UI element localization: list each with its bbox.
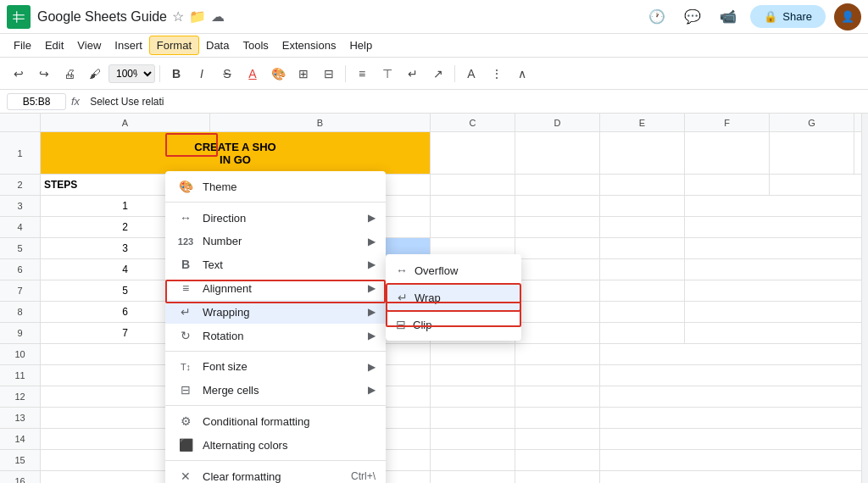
format-menu-merge[interactable]: ⊟ Merge cells ▶ xyxy=(165,378,386,402)
cell-e7[interactable] xyxy=(600,280,685,301)
cell-d6[interactable] xyxy=(515,259,600,280)
cell-f1[interactable] xyxy=(685,132,770,174)
valign-button[interactable]: ⊤ xyxy=(376,62,399,86)
cell-c4[interactable] xyxy=(431,217,515,237)
format-menu-number[interactable]: 123 Number ▶ xyxy=(165,230,386,253)
cell-d12[interactable] xyxy=(515,386,600,407)
format-menu-fontsize[interactable]: T↕ Font size ▶ xyxy=(165,355,386,378)
strikethrough-button[interactable]: S xyxy=(215,62,239,86)
cell-d3[interactable] xyxy=(515,196,600,216)
menu-tools[interactable]: Tools xyxy=(236,36,275,54)
cell-d9[interactable] xyxy=(515,323,600,343)
formula-bar: fx xyxy=(0,90,868,114)
cell-c12[interactable] xyxy=(431,386,515,407)
cell-d1[interactable] xyxy=(515,132,600,174)
fill-color-button[interactable]: 🎨 xyxy=(266,62,290,86)
cell-d16[interactable] xyxy=(515,471,600,483)
menu-view[interactable]: View xyxy=(70,36,108,54)
scrollbar[interactable] xyxy=(861,114,868,483)
cell-d10[interactable] xyxy=(515,344,600,364)
formula-input[interactable] xyxy=(85,94,861,109)
menu-insert[interactable]: Insert xyxy=(108,36,149,54)
cell-e5[interactable] xyxy=(600,238,685,258)
menu-file[interactable]: File xyxy=(7,36,38,54)
submenu-wrap[interactable]: ↵ Wrap xyxy=(386,283,521,312)
cell-e6[interactable] xyxy=(600,259,685,280)
rotate-button[interactable]: ↗ xyxy=(426,62,450,86)
cell-d15[interactable] xyxy=(515,450,600,470)
cell-d5[interactable] xyxy=(515,238,600,258)
cell-d2[interactable] xyxy=(515,175,600,195)
merge-button[interactable]: ⊟ xyxy=(317,62,341,86)
cell-c2[interactable] xyxy=(431,175,515,195)
star-icon[interactable]: ☆ xyxy=(172,8,184,25)
cell-e3[interactable] xyxy=(600,196,685,216)
format-menu-alignment[interactable]: ≡ Alignment ▶ xyxy=(165,276,386,300)
cell-d14[interactable] xyxy=(515,429,600,449)
cell-c15[interactable] xyxy=(431,450,515,470)
format-menu-alternating[interactable]: ⬛ Alternating colors xyxy=(165,433,386,457)
format-menu-conditional[interactable]: ⚙ Conditional formatting xyxy=(165,409,386,433)
video-icon[interactable]: 📹 xyxy=(715,3,742,31)
cell-d13[interactable] xyxy=(515,408,600,428)
cell-c16[interactable] xyxy=(431,471,515,483)
bold-button[interactable]: B xyxy=(164,62,188,86)
cell-c3[interactable] xyxy=(431,196,515,216)
print-button[interactable]: 🖨 xyxy=(58,62,81,86)
row-headers: 1 2 3 4 5 6 7 8 9 10 11 12 13 14 15 16 1… xyxy=(0,132,41,483)
more-button[interactable]: ⋮ xyxy=(485,62,509,86)
zoom-select[interactable]: 100% 75% 125% xyxy=(108,64,155,83)
row-header-8: 8 xyxy=(0,302,40,323)
format-menu-theme[interactable]: 🎨 Theme xyxy=(165,175,386,198)
borders-button[interactable]: ⊞ xyxy=(292,62,315,86)
comment-icon[interactable]: 💬 xyxy=(679,3,706,31)
folder-icon[interactable]: 📁 xyxy=(189,8,206,25)
cell-e1[interactable] xyxy=(600,132,685,174)
text-color-2-button[interactable]: A xyxy=(459,62,483,86)
avatar[interactable]: 👤 xyxy=(834,3,861,31)
format-menu-text[interactable]: B Text ▶ xyxy=(165,253,386,276)
conditional-icon: ⚙ xyxy=(175,414,196,428)
cell-e8[interactable] xyxy=(600,302,685,322)
cell-e9[interactable] xyxy=(600,323,685,343)
cloud-icon[interactable]: ☁ xyxy=(211,8,225,25)
cell-c11[interactable] xyxy=(431,365,515,386)
cell-f2[interactable] xyxy=(685,175,770,195)
text-color-button[interactable]: A xyxy=(241,62,264,86)
table-row: CREATE A SHOIN GO xyxy=(41,132,868,175)
cell-c1[interactable] xyxy=(431,132,515,174)
submenu-clip[interactable]: ⊟ Clip xyxy=(386,312,521,337)
history-icon[interactable]: 🕐 xyxy=(643,3,670,31)
menu-extensions[interactable]: Extensions xyxy=(275,36,343,54)
halign-button[interactable]: ≡ xyxy=(350,62,374,86)
wrap-button[interactable]: ↵ xyxy=(401,62,425,86)
submenu-overflow[interactable]: ↔ Overflow xyxy=(386,258,521,283)
cell-d4[interactable] xyxy=(515,217,600,237)
cell-reference[interactable] xyxy=(7,93,66,110)
undo-button[interactable]: ↩ xyxy=(7,62,31,86)
redo-button[interactable]: ↪ xyxy=(32,62,56,86)
alignment-arrow: ▶ xyxy=(368,282,376,294)
paint-format-button[interactable]: 🖌 xyxy=(83,62,107,86)
menu-edit[interactable]: Edit xyxy=(38,36,70,54)
cell-e2[interactable] xyxy=(600,175,685,195)
cell-c14[interactable] xyxy=(431,429,515,449)
italic-button[interactable]: I xyxy=(190,62,214,86)
menu-help[interactable]: Help xyxy=(342,36,379,54)
menu-data[interactable]: Data xyxy=(199,36,236,54)
cell-c10[interactable] xyxy=(431,344,515,364)
format-menu-clear[interactable]: ✕ Clear formatting Ctrl+\ xyxy=(165,464,386,483)
share-button[interactable]: 🔒 Share xyxy=(750,5,826,28)
cell-c13[interactable] xyxy=(431,408,515,428)
cell-d7[interactable] xyxy=(515,280,600,301)
cell-e4[interactable] xyxy=(600,217,685,237)
cell-d11[interactable] xyxy=(515,365,600,386)
menu-format[interactable]: Format xyxy=(149,36,199,55)
cell-g1[interactable] xyxy=(770,132,854,174)
format-menu-rotation[interactable]: ↻ Rotation ▶ xyxy=(165,324,386,347)
cell-d8[interactable] xyxy=(515,302,600,322)
format-menu-wrapping[interactable]: ↵ Wrapping ▶ xyxy=(165,300,386,324)
collapse-button[interactable]: ∧ xyxy=(510,62,534,86)
format-menu-direction[interactable]: ↔ Direction ▶ xyxy=(165,206,386,230)
header-cell-1[interactable]: CREATE A SHOIN GO xyxy=(41,132,431,174)
